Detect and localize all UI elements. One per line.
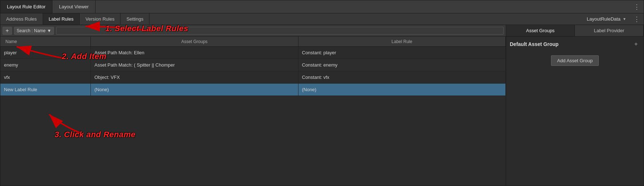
sub-tab-settings[interactable]: Settings bbox=[120, 13, 149, 25]
right-add-button[interactable]: + bbox=[632, 40, 640, 48]
cell-label-rule-new-label-rule: (None) bbox=[298, 84, 506, 96]
right-section-header: Default Asset Group + bbox=[510, 40, 640, 48]
add-item-button[interactable]: + bbox=[3, 27, 12, 35]
dropdown-arrow-icon: ▼ bbox=[623, 17, 626, 21]
layout-rule-data-dropdown[interactable]: LayoutRuleData ▼ bbox=[583, 13, 630, 25]
right-panel: Asset Groups Label Provider Default Asse… bbox=[506, 25, 644, 186]
cell-name-enemy: enemy bbox=[0, 59, 91, 71]
right-panel-tabs: Asset Groups Label Provider bbox=[506, 25, 644, 37]
cell-asset-groups-enemy: Asset Path Match: ( Spitter || Chomper bbox=[91, 59, 298, 71]
search-input[interactable] bbox=[56, 27, 504, 35]
right-tab-asset-groups[interactable]: Asset Groups bbox=[506, 25, 575, 36]
cell-name-player: player bbox=[0, 47, 91, 59]
sub-tab-menu-icon[interactable]: ⋮ bbox=[630, 13, 644, 25]
table-header: Name Asset Groups Label Rule bbox=[0, 37, 506, 47]
cell-label-rule-player: Constant: player bbox=[298, 47, 506, 59]
left-panel: + Search : Name ▼ Name Asset Groups bbox=[0, 25, 506, 186]
cell-asset-groups-vfx: Object: VFX bbox=[91, 71, 298, 83]
table-row[interactable]: player Asset Path Match: Ellen Constant:… bbox=[0, 47, 506, 59]
table-container: Name Asset Groups Label Rule player Asse… bbox=[0, 37, 506, 186]
search-dropdown-arrow-icon: ▼ bbox=[47, 28, 51, 33]
sub-tabs-row: Address Rules Label Rules Version Rules … bbox=[0, 13, 644, 25]
title-bar-spacer bbox=[96, 0, 630, 13]
tab-layout-rule-editor[interactable]: Layout Rule Editor bbox=[0, 0, 52, 13]
right-tab-label-provider[interactable]: Label Provider bbox=[575, 25, 644, 36]
right-panel-content: Default Asset Group + Add Asset Group bbox=[506, 37, 644, 186]
table-row-selected[interactable]: New Label Rule (None) (None) bbox=[0, 84, 506, 96]
table-row[interactable]: vfx Object: VFX Constant: vfx bbox=[0, 71, 506, 84]
tab-layout-viewer[interactable]: Layout Viewer bbox=[52, 0, 96, 13]
cell-label-rule-vfx: Constant: vfx bbox=[298, 71, 506, 83]
sub-tabs-spacer bbox=[149, 13, 583, 25]
column-header-name: Name bbox=[0, 37, 91, 46]
sub-tab-address-rules[interactable]: Address Rules bbox=[0, 13, 43, 25]
cell-name-new-label-rule: New Label Rule bbox=[0, 84, 91, 96]
table-row[interactable]: enemy Asset Path Match: ( Spitter || Cho… bbox=[0, 59, 506, 71]
column-header-label-rule: Label Rule bbox=[298, 37, 506, 46]
right-section-title: Default Asset Group bbox=[510, 41, 559, 47]
cell-name-vfx: vfx bbox=[0, 71, 91, 83]
search-dropdown[interactable]: Search : Name ▼ bbox=[14, 27, 54, 35]
main-content: + Search : Name ▼ Name Asset Groups bbox=[0, 25, 644, 186]
column-header-asset-groups: Asset Groups bbox=[91, 37, 298, 46]
cell-label-rule-enemy: Constant: enemy bbox=[298, 59, 506, 71]
cell-asset-groups-new-label-rule: (None) bbox=[91, 84, 298, 96]
toolbar-row: + Search : Name ▼ bbox=[0, 25, 506, 37]
sub-tab-label-rules[interactable]: Label Rules bbox=[43, 13, 80, 25]
title-bar-menu-icon[interactable]: ⋮ bbox=[630, 0, 644, 13]
sub-tab-version-rules[interactable]: Version Rules bbox=[80, 13, 120, 25]
cell-asset-groups-player: Asset Path Match: Ellen bbox=[91, 47, 298, 59]
add-asset-group-button[interactable]: Add Asset Group bbox=[551, 55, 599, 66]
title-bar: Layout Rule Editor Layout Viewer ⋮ bbox=[0, 0, 644, 13]
